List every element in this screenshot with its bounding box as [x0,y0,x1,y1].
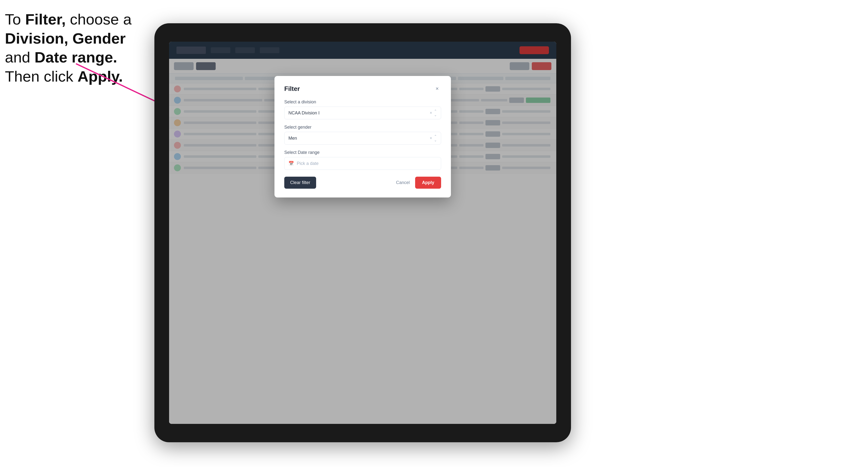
instruction-line1: To Filter, choose a [5,11,132,28]
date-placeholder: Pick a date [297,161,318,166]
gender-selected-value: Men [288,136,297,141]
modal-overlay: Filter × Select a division NCAA Division… [169,42,556,424]
gender-label: Select gender [284,125,441,130]
cancel-button[interactable]: Cancel [394,177,412,189]
division-select-actions: × ⌃⌄ [430,109,437,117]
date-label: Select Date range [284,150,441,155]
instruction-line3: and Date range. [5,49,117,66]
modal-title: Filter [284,85,300,93]
modal-header: Filter × [284,85,441,93]
date-input[interactable]: 📅 Pick a date [284,157,441,170]
gender-chevron-icon: ⌃⌄ [434,134,437,142]
division-select[interactable]: NCAA Division I × ⌃⌄ [284,106,441,119]
tablet-screen: Filter × Select a division NCAA Division… [169,42,556,424]
division-clear-icon[interactable]: × [430,111,432,115]
division-label: Select a division [284,99,441,105]
division-chevron-icon: ⌃⌄ [434,109,437,117]
tablet-frame: Filter × Select a division NCAA Division… [154,23,571,442]
clear-filter-button[interactable]: Clear filter [284,177,316,189]
instruction-line4: Then click Apply. [5,68,123,85]
gender-clear-icon[interactable]: × [430,136,432,141]
division-form-group: Select a division NCAA Division I × ⌃⌄ [284,99,441,119]
gender-form-group: Select gender Men × ⌃⌄ [284,125,441,145]
modal-footer: Clear filter Cancel Apply [284,177,441,189]
division-selected-value: NCAA Division I [288,111,319,116]
gender-select[interactable]: Men × ⌃⌄ [284,132,441,145]
instruction-text: To Filter, choose a Division, Gender and… [5,10,147,86]
modal-footer-right: Cancel Apply [394,177,441,189]
instruction-bold2: Division, Gender [5,30,126,47]
filter-modal: Filter × Select a division NCAA Division… [275,76,451,197]
calendar-icon: 📅 [288,161,294,166]
date-form-group: Select Date range 📅 Pick a date [284,150,441,170]
modal-close-button[interactable]: × [433,85,441,93]
apply-button[interactable]: Apply [415,177,441,189]
gender-select-actions: × ⌃⌄ [430,134,437,142]
